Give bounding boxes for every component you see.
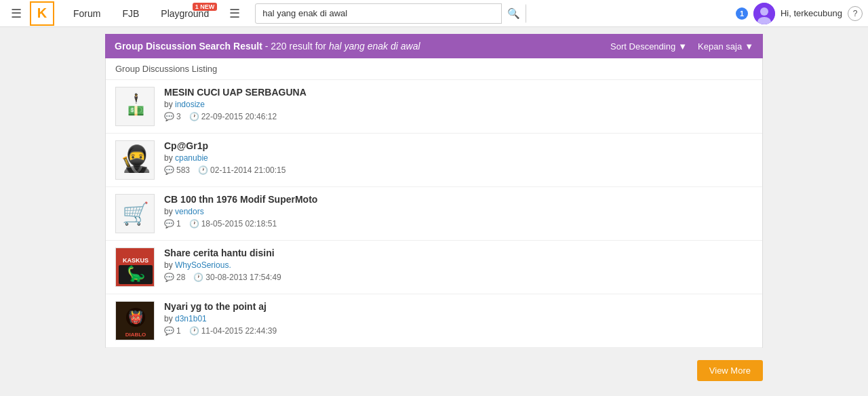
discussion-thumbnail-1: 🕴 💵 — [115, 87, 155, 126]
discussion-title-5[interactable]: Nyari yg to the point aj — [164, 301, 753, 312]
header-right: 1 Hi, terkecubung ? — [736, 3, 863, 24]
search-input[interactable] — [256, 8, 501, 18]
svg-text:🥷: 🥷 — [120, 143, 153, 174]
search-bar: 🔍 — [255, 3, 526, 24]
help-button[interactable]: ? — [848, 6, 863, 21]
notification-badge[interactable]: 1 — [736, 7, 748, 20]
table-row: 🛒 CB 100 thn 1976 Modif SuperMoto by ven… — [106, 187, 762, 241]
main-content: Group Discussion Search Result - 220 res… — [0, 34, 868, 387]
discussion-author-5: by d3n1b01 — [164, 314, 753, 323]
date-4: 🕐 30-08-2013 17:54:49 — [193, 273, 281, 282]
nav-item-fjb[interactable]: FJB — [111, 0, 150, 27]
discussion-content-5: Nyari yg to the point aj by d3n1b01 💬 1 — [164, 301, 753, 336]
date-5: 🕐 11-04-2015 22:44:39 — [189, 326, 277, 336]
discussion-meta-2: 💬 583 🕐 02-11-2014 21:00:15 — [164, 165, 753, 175]
author-link-2[interactable]: cpanubie — [175, 153, 208, 163]
kaskus-thumbnail-svg: KASKUS 🦕 — [116, 248, 154, 287]
svg-text:🛒: 🛒 — [122, 201, 149, 226]
comment-number-4: 28 — [176, 273, 185, 282]
discussion-title-4[interactable]: Share cerita hantu disini — [164, 248, 753, 258]
playground-badge: 1 NEW — [193, 3, 218, 11]
search-button[interactable]: 🔍 — [501, 3, 526, 24]
comment-count-5: 💬 1 — [164, 326, 181, 336]
by-label-5: by — [164, 314, 175, 323]
sort-filter: Sort Descending ▼ Kepan saja ▼ — [610, 41, 753, 52]
comment-number-2: 583 — [176, 165, 190, 175]
comment-count-3: 💬 1 — [164, 219, 181, 229]
discussion-author-2: by cpanubie — [164, 153, 753, 163]
person-thumbnail-svg: 🕴 💵 — [116, 87, 154, 126]
nav-item-forum[interactable]: Forum — [62, 0, 111, 27]
comment-icon-2: 💬 — [164, 165, 174, 175]
comment-number-5: 1 — [176, 326, 181, 336]
logo-text: K — [37, 5, 47, 21]
user-greeting: Hi, terkecubung — [781, 8, 842, 18]
view-more-label: View More — [709, 365, 751, 376]
author-link-5[interactable]: d3n1b01 — [175, 314, 207, 323]
by-label-1: by — [164, 100, 175, 109]
author-link-1[interactable]: indosize — [175, 100, 205, 109]
comment-number-3: 1 — [176, 219, 181, 229]
filter-label: Kepan saja — [698, 41, 742, 52]
date-text-5: 11-04-2015 22:44:39 — [201, 326, 277, 336]
logo[interactable]: K — [30, 1, 54, 26]
discussion-author-4: by WhySoSerious. — [164, 260, 753, 270]
hamburger-icon: ☰ — [11, 6, 22, 21]
avatar[interactable] — [753, 3, 775, 24]
discussion-author-1: by indosize — [164, 100, 753, 109]
svg-text:💵: 💵 — [127, 102, 144, 119]
by-label-2: by — [164, 153, 175, 163]
nav-forum-label: Forum — [73, 8, 100, 19]
view-more-section: View More — [105, 355, 763, 387]
filter-menu-button[interactable]: ☰ — [222, 0, 247, 27]
discussion-thumbnail-2: 🥷 — [115, 140, 155, 180]
clock-icon-3: 🕐 — [189, 219, 199, 229]
date-text-1: 22-09-2015 20:46:12 — [201, 112, 277, 121]
comment-count-4: 💬 28 — [164, 273, 185, 282]
nav-fjb-label: FJB — [122, 8, 139, 19]
table-row: 👹 DIABLO Nyari yg to the point aj by d3n… — [106, 294, 762, 348]
sort-descending-button[interactable]: Sort Descending ▼ — [610, 41, 687, 52]
discussion-content-4: Share cerita hantu disini by WhySoSeriou… — [164, 248, 753, 282]
discussion-meta-5: 💬 1 🕐 11-04-2015 22:44:39 — [164, 326, 753, 336]
search-result-count: 220 — [271, 41, 286, 52]
clock-icon-4: 🕐 — [193, 273, 203, 282]
author-link-3[interactable]: vendors — [175, 207, 204, 216]
search-result-header: Group Discussion Search Result - 220 res… — [105, 34, 763, 58]
svg-text:🦕: 🦕 — [127, 264, 146, 283]
help-icon: ? — [853, 9, 858, 18]
filter-button[interactable]: Kepan saja ▼ — [698, 41, 753, 52]
discussion-title-2[interactable]: Cp@Gr1p — [164, 140, 753, 151]
table-row: KASKUS 🦕 Share cerita hantu disini by Wh… — [106, 241, 762, 294]
sort-descending-label: Sort Descending — [610, 41, 675, 52]
author-link-4[interactable]: WhySoSerious. — [175, 260, 231, 270]
search-icon: 🔍 — [507, 7, 520, 20]
discussion-content-2: Cp@Gr1p by cpanubie 💬 583 🕐 — [164, 140, 753, 175]
search-result-title: Group Discussion Search Result - 220 res… — [115, 41, 420, 52]
notification-count: 1 — [740, 9, 744, 18]
hamburger-menu-button[interactable]: ☰ — [5, 3, 27, 24]
sort-chevron-icon: ▼ — [678, 41, 687, 52]
discussion-content-3: CB 100 thn 1976 Modif SuperMoto by vendo… — [164, 194, 753, 229]
discussion-meta-3: 💬 1 🕐 18-05-2015 02:18:51 — [164, 219, 753, 229]
clock-icon-2: 🕐 — [198, 165, 208, 175]
discussion-list: 🕴 💵 MESIN CUCI UAP SERBAGUNA by indosize — [106, 80, 762, 348]
main-nav: Forum FJB Playground 1 NEW — [62, 0, 220, 27]
ninja-thumbnail-svg: 🥷 — [116, 140, 154, 180]
date-1: 🕐 22-09-2015 20:46:12 — [189, 112, 277, 121]
search-result-for-label: result for — [290, 41, 329, 52]
diablo-thumbnail-svg: 👹 DIABLO — [116, 301, 154, 340]
comment-icon-4: 💬 — [164, 273, 174, 282]
discussion-title-3[interactable]: CB 100 thn 1976 Modif SuperMoto — [164, 194, 753, 205]
nav-item-playground[interactable]: Playground 1 NEW — [150, 0, 220, 27]
date-text-2: 02-11-2014 21:00:15 — [210, 165, 285, 175]
clock-icon-1: 🕐 — [189, 112, 199, 121]
comment-count-1: 💬 3 — [164, 112, 181, 121]
view-more-button[interactable]: View More — [697, 360, 763, 381]
discussion-meta-1: 💬 3 🕐 22-09-2015 20:46:12 — [164, 112, 753, 121]
comment-number-1: 3 — [176, 112, 181, 121]
listing-header-label: Group Discussions Listing — [115, 64, 217, 74]
svg-text:KASKUS: KASKUS — [123, 257, 149, 264]
svg-text:DIABLO: DIABLO — [125, 332, 146, 338]
discussion-title-1[interactable]: MESIN CUCI UAP SERBAGUNA — [164, 87, 753, 98]
